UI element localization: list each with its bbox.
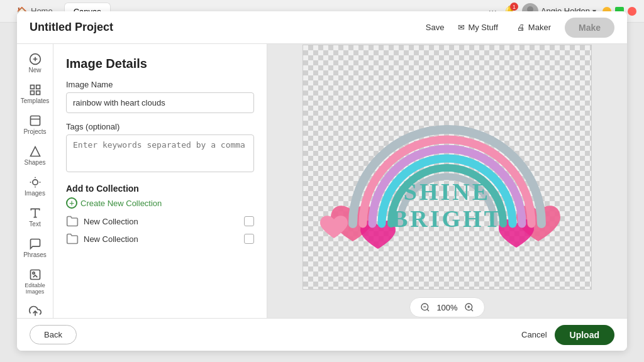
- editable-images-icon: [29, 268, 42, 281]
- collection-checkbox-2[interactable]: [244, 234, 254, 244]
- sidebar-item-text[interactable]: Text: [19, 203, 51, 231]
- sidebar-shapes-label: Shapes: [25, 159, 46, 166]
- sidebar-item-projects[interactable]: Projects: [19, 111, 51, 139]
- notification-badge: 1: [510, 3, 518, 11]
- folder-icon-1: [66, 215, 79, 228]
- tags-input[interactable]: [66, 134, 254, 172]
- zoom-out-icon: [420, 302, 430, 312]
- collection-section: Add to Collection + Create New Collectio…: [66, 184, 254, 250]
- app-header: Untitled Project Save ✉ My Stuff 🖨 Maker…: [17, 11, 627, 44]
- sidebar-item-images[interactable]: Images: [19, 172, 51, 200]
- image-details-panel: Image Details Image Name Tags (optional)…: [53, 44, 267, 318]
- sidebar-phrases-label: Phrases: [23, 251, 47, 258]
- sidebar-new-label: New: [28, 67, 41, 74]
- svg-text:BRIGHT: BRIGHT: [392, 206, 502, 232]
- shapes-icon: [29, 145, 42, 158]
- upload-icon: [29, 305, 42, 317]
- my-stuff-label: My Stuff: [468, 23, 497, 32]
- upload-button[interactable]: Upload: [555, 325, 614, 345]
- sidebar-item-upload[interactable]: Upload: [19, 301, 51, 318]
- canvas-area: SHINE BRIGHT 100%: [267, 44, 627, 318]
- svg-rect-6: [36, 85, 40, 89]
- sidebar-item-templates[interactable]: Templates: [19, 80, 51, 108]
- sidebar-images-label: Images: [25, 190, 45, 197]
- zoom-out-button[interactable]: [419, 301, 431, 314]
- add-to-collection-title: Add to Collection: [66, 184, 254, 194]
- projects-icon: [29, 114, 42, 127]
- sidebar-editable-images-label: Editable Images: [22, 282, 48, 295]
- sidebar-item-editable-images[interactable]: Editable Images: [19, 265, 51, 299]
- collection-item-2: New Collection: [66, 233, 254, 245]
- svg-rect-8: [36, 91, 40, 95]
- save-button[interactable]: Save: [426, 23, 445, 32]
- envelope-icon: ✉: [458, 23, 465, 32]
- canvas-image: SHINE BRIGHT: [315, 60, 579, 274]
- svg-text:SHINE: SHINE: [404, 178, 491, 205]
- image-name-label: Image Name: [66, 80, 254, 89]
- tags-field: Tags (optional): [66, 122, 254, 175]
- svg-marker-11: [30, 147, 40, 156]
- image-name-input[interactable]: [66, 92, 254, 113]
- collection-name-2: New Collection: [84, 234, 239, 244]
- svg-line-29: [427, 309, 429, 311]
- create-new-collection-button[interactable]: + Create New Collection: [66, 197, 162, 209]
- folder-icon-2: [66, 233, 79, 245]
- svg-rect-9: [30, 116, 40, 126]
- sidebar-templates-label: Templates: [21, 97, 50, 104]
- footer-right: Cancel Upload: [521, 325, 614, 345]
- app-window: Untitled Project Save ✉ My Stuff 🖨 Maker…: [17, 11, 627, 351]
- images-icon: [29, 176, 42, 189]
- close-button[interactable]: [628, 7, 636, 16]
- app-footer: Back Cancel Upload: [17, 318, 627, 351]
- maker-label: Maker: [528, 23, 551, 32]
- collection-item-1: New Collection: [66, 215, 254, 228]
- zoom-controls: 100%: [409, 297, 484, 317]
- new-icon: [29, 53, 42, 65]
- my-stuff-button[interactable]: ✉ My Stuff: [453, 20, 502, 35]
- zoom-in-icon: [464, 302, 474, 312]
- svg-point-20: [32, 272, 34, 274]
- sidebar: New Templates Projects Shapes: [17, 44, 53, 318]
- phrases-icon: [29, 238, 42, 250]
- text-icon: [29, 207, 42, 219]
- sidebar-item-shapes[interactable]: Shapes: [19, 141, 51, 170]
- plus-circle-icon: +: [66, 197, 77, 209]
- collection-checkbox-1[interactable]: [244, 216, 254, 226]
- image-name-field: Image Name: [66, 80, 254, 113]
- project-title[interactable]: Untitled Project: [30, 21, 426, 34]
- back-button[interactable]: Back: [30, 325, 77, 344]
- sidebar-item-phrases[interactable]: Phrases: [19, 234, 51, 262]
- canvas-preview: SHINE BRIGHT: [303, 45, 592, 290]
- panel-title: Image Details: [66, 57, 254, 71]
- templates-icon: [29, 84, 42, 96]
- make-button[interactable]: Make: [565, 18, 614, 38]
- zoom-level: 100%: [436, 303, 457, 312]
- printer-icon: 🖨: [517, 23, 525, 32]
- sidebar-text-label: Text: [29, 221, 40, 228]
- sidebar-projects-label: Projects: [23, 128, 46, 135]
- app-body: New Templates Projects Shapes: [17, 44, 627, 318]
- sidebar-item-new[interactable]: New: [19, 49, 51, 77]
- svg-line-32: [471, 309, 473, 311]
- tags-label: Tags (optional): [66, 122, 254, 131]
- svg-point-12: [32, 180, 37, 185]
- svg-rect-7: [30, 91, 34, 95]
- collection-name-1: New Collection: [84, 217, 239, 226]
- header-actions: Save ✉ My Stuff 🖨 Maker Make: [426, 18, 614, 38]
- create-new-label: Create New Collection: [80, 199, 162, 208]
- svg-rect-5: [30, 85, 34, 89]
- zoom-in-button[interactable]: [463, 301, 475, 314]
- maker-button[interactable]: 🖨 Maker: [512, 20, 556, 35]
- cancel-button[interactable]: Cancel: [521, 330, 547, 339]
